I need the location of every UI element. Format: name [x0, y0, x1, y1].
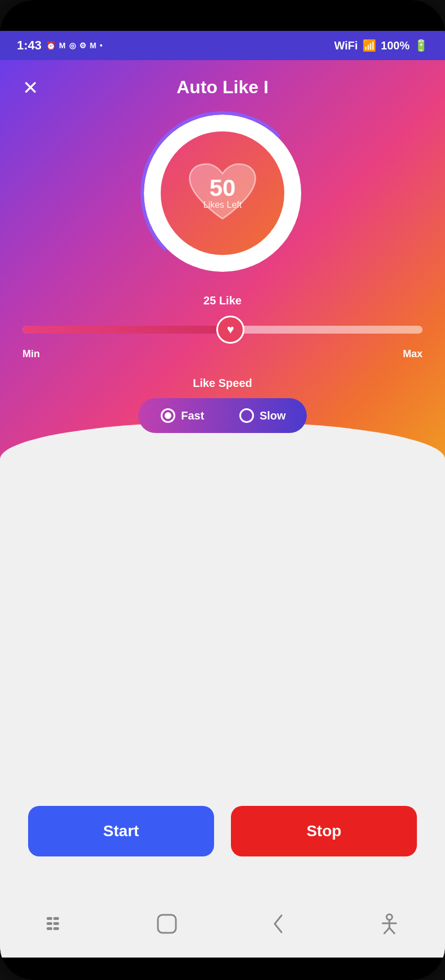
mail2-icon: M — [90, 41, 97, 50]
status-right: WiFi 📶 100% 🔋 — [334, 39, 428, 52]
likes-label: Likes Left — [203, 200, 242, 209]
nav-menu-icon[interactable] — [42, 910, 70, 938]
likes-count: 50 Likes Left — [203, 176, 242, 210]
svg-rect-5 — [53, 927, 59, 930]
slider-fill — [22, 326, 230, 334]
speed-fast-option[interactable]: Fast — [144, 403, 221, 429]
header-row: ✕ Auto Like I — [22, 77, 423, 98]
fast-radio-inner — [165, 412, 171, 419]
slider-min-label: Min — [22, 348, 40, 360]
speed-label: Like Speed — [193, 377, 252, 390]
home-circle-icon — [156, 913, 178, 935]
slider-track-container[interactable]: ♥ — [22, 316, 423, 344]
slider-section: 25 Like ♥ Min Max — [22, 294, 423, 360]
slow-label: Slow — [260, 409, 286, 422]
mail-icon: M — [59, 41, 66, 50]
svg-rect-4 — [47, 927, 52, 930]
inner-circle: 50 Likes Left — [161, 131, 284, 255]
svg-rect-3 — [53, 922, 59, 925]
nav-home-icon[interactable] — [153, 910, 181, 938]
accessibility-icon — [380, 913, 399, 935]
battery-display: 100% — [381, 39, 410, 52]
fast-label: Fast — [181, 409, 204, 422]
nav-bar — [0, 901, 445, 958]
hamburger-icon — [46, 915, 66, 932]
svg-rect-6 — [158, 915, 176, 933]
time-display: 1:43 — [17, 38, 42, 53]
status-bar: 1:43 ⏰ M ◎ ⚙ M • WiFi 📶 100% 🔋 — [0, 31, 445, 60]
battery-icon: 🔋 — [414, 39, 428, 52]
phone-frame: 1:43 ⏰ M ◎ ⚙ M • WiFi 📶 100% 🔋 — [0, 0, 445, 980]
outer-ring: 50 Likes Left — [144, 115, 301, 272]
slider-thumb[interactable]: ♥ — [216, 316, 244, 344]
svg-line-11 — [389, 928, 394, 933]
page-title: Auto Like I — [176, 77, 269, 98]
bottom-bar — [0, 958, 445, 980]
nav-back-icon[interactable] — [264, 910, 292, 938]
slider-label: 25 Like — [22, 294, 423, 307]
svg-line-10 — [384, 928, 389, 933]
speed-toggle: Fast Slow — [138, 398, 307, 433]
nav-person-icon[interactable] — [375, 910, 403, 938]
slider-track: ♥ — [22, 326, 423, 334]
notch — [166, 8, 279, 24]
settings-icon: ⚙ — [79, 41, 87, 50]
status-icons: ⏰ M ◎ ⚙ M • — [46, 41, 102, 50]
heart-container: 50 Likes Left — [183, 157, 262, 230]
notch-bar — [0, 0, 445, 31]
fast-radio[interactable] — [161, 408, 175, 423]
slow-radio[interactable] — [239, 408, 254, 423]
svg-rect-2 — [47, 922, 52, 925]
slider-max-label: Max — [403, 348, 423, 360]
likes-circle: 50 Likes Left — [144, 115, 301, 272]
slider-thumb-heart-icon: ♥ — [227, 322, 234, 337]
stop-button[interactable]: Stop — [231, 806, 417, 856]
speed-slow-option[interactable]: Slow — [224, 403, 302, 429]
app-content: ✕ Auto Like I 50 — [0, 60, 445, 958]
alarm-icon: ⏰ — [46, 41, 56, 50]
start-button[interactable]: Start — [28, 806, 214, 856]
speed-section: Like Speed Fast Slow — [22, 377, 423, 433]
close-button[interactable]: ✕ — [22, 78, 38, 97]
white-area: Start Stop — [0, 489, 445, 901]
svg-rect-1 — [53, 917, 59, 920]
instagram-icon: ◎ — [69, 41, 76, 50]
signal-icon: 📶 — [362, 39, 376, 52]
dot-icon: • — [99, 41, 102, 50]
likes-number: 50 — [203, 176, 242, 200]
svg-rect-0 — [47, 917, 52, 920]
slider-minmax: Min Max — [22, 348, 423, 360]
buttons-row: Start Stop — [28, 806, 417, 856]
gradient-area: ✕ Auto Like I 50 — [0, 60, 445, 489]
back-chevron-icon — [271, 913, 285, 935]
wifi-icon: WiFi — [334, 39, 358, 52]
